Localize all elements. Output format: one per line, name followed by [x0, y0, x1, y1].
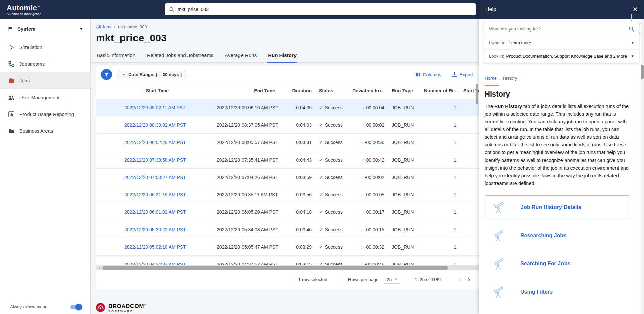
- column-header-number-of-re[interactable]: Number of Re...: [423, 88, 462, 93]
- table-vertical-scrollbar[interactable]: [476, 84, 478, 104]
- deviation-arrow-icon: ↓: [361, 227, 363, 232]
- context-selector-system[interactable]: System ▼: [0, 22, 90, 36]
- column-header-status[interactable]: Status: [314, 88, 352, 93]
- column-header-duration[interactable]: Duration: [279, 88, 314, 93]
- run-start-time-link[interactable]: 2022/12/20 08:33:02 AM PST: [124, 122, 186, 128]
- run-start-time-link[interactable]: 2022/12/20 05:02:18 AM PST: [124, 244, 186, 250]
- horizontal-scroll-thumb[interactable]: [102, 266, 448, 270]
- export-button[interactable]: Export: [452, 72, 473, 77]
- columns-button[interactable]: Columns: [415, 72, 441, 77]
- run-start-time-link[interactable]: 2022/12/20 06:01:02 AM PST: [124, 209, 186, 215]
- column-header-run-type[interactable]: Run Type: [390, 88, 423, 93]
- broadcom-mark-icon: [96, 303, 105, 312]
- breadcrumb: All Jobs › mkt_price_003: [96, 24, 479, 29]
- run-type-cell: JOB_RUN: [390, 175, 423, 180]
- always-show-menu-toggle[interactable]: [70, 305, 81, 309]
- page-range-text: 1–25 of 1186: [415, 277, 441, 282]
- breadcrumb-all-jobs-link[interactable]: All Jobs: [96, 24, 111, 29]
- deviation-cell: ↑00:00:42: [352, 157, 390, 163]
- run-start-time-link[interactable]: 2022/12/20 04:34:37 AM PST: [124, 262, 186, 266]
- help-panel: Help ✕ I want to: Learn more ▼ Look in: …: [479, 0, 644, 314]
- chevron-down-icon: ▼: [631, 54, 634, 58]
- help-scrollbar[interactable]: [641, 19, 644, 314]
- tab-basic-information[interactable]: Basic Information: [96, 50, 136, 63]
- registered-symbol: ®: [144, 303, 146, 306]
- help-link-job-run-history-details[interactable]: Job Run History Details: [485, 195, 629, 219]
- help-breadcrumb-home-link[interactable]: Home: [485, 76, 497, 81]
- run-start-time-link[interactable]: 2022/12/20 06:31:15 AM PST: [124, 192, 186, 197]
- table-row[interactable]: 2022/12/20 08:33:02 AM PST 2022/12/20 08…: [96, 116, 479, 134]
- close-icon[interactable]: ✕: [632, 5, 638, 13]
- table-row[interactable]: 2022/12/20 06:01:02 AM PST 2022/12/20 06…: [96, 203, 479, 221]
- table-row[interactable]: 2022/12/20 07:00:27 AM PST 2022/12/20 07…: [96, 169, 479, 186]
- main-content: All Jobs › mkt_price_003 mkt_price_003 B…: [91, 19, 479, 314]
- help-panel-header: Help ✕: [479, 0, 644, 19]
- run-start-time-link[interactable]: 2022/12/20 08:02:26 AM PST: [124, 140, 186, 145]
- sidebar-item-jobstreams[interactable]: Jobstreams: [0, 56, 90, 72]
- help-link-researching-jobs[interactable]: Researching Jobs: [485, 222, 629, 250]
- tab-average-runs[interactable]: Average Runs: [224, 50, 257, 63]
- table-row[interactable]: 2022/12/20 04:34:37 AM PST 2022/12/20 04…: [96, 256, 479, 265]
- run-start-time-link[interactable]: 2022/12/20 05:30:22 AM PST: [124, 227, 186, 232]
- table-horizontal-scrollbar: ◄ ►: [96, 265, 479, 270]
- sidebar-item-jobs[interactable]: Jobs: [0, 72, 90, 89]
- sidebar-item-product-usage-reporting[interactable]: Product Usage Reporting: [0, 106, 90, 123]
- end-time-cell: 2022/12/20 07:04:26 AM PST: [215, 175, 279, 180]
- date-range-filter-chip[interactable]: ▼ Date Range: [ = 30 days ]: [117, 70, 187, 79]
- help-breadcrumb: Home › History: [485, 76, 629, 81]
- previous-page-button[interactable]: ‹: [455, 276, 464, 283]
- column-header-start-time[interactable]: ↓Start Time: [96, 88, 215, 93]
- download-icon: [452, 72, 457, 77]
- tab-related-jobs-and-jobstreams[interactable]: Related Jobs and Jobstreams: [146, 50, 214, 63]
- help-scrollbar-thumb[interactable]: [641, 65, 644, 79]
- deviation-cell: ↓-00:00:32: [352, 244, 390, 250]
- help-look-in-dropdown[interactable]: Look in: Product Documentation, Support …: [484, 49, 639, 63]
- global-search[interactable]: [165, 3, 476, 15]
- run-start-time-link[interactable]: 2022/12/20 07:30:58 AM PST: [124, 157, 186, 163]
- help-link-using-filters[interactable]: Using Filters: [485, 278, 629, 306]
- sidebar-item-simulation[interactable]: Simulation: [0, 39, 90, 56]
- column-header-deviation[interactable]: Deviation fro...: [352, 88, 390, 93]
- next-page-button[interactable]: ›: [464, 276, 474, 283]
- status-cell: ✓Success: [314, 244, 352, 250]
- end-time-cell: 2022/12/20 05:05:47 AM PST: [215, 244, 279, 250]
- filter-button[interactable]: [101, 69, 112, 80]
- table-row[interactable]: 2022/12/20 05:30:22 AM PST 2022/12/20 05…: [96, 221, 479, 238]
- tab-run-history[interactable]: Run History: [267, 50, 297, 63]
- duration-cell: 0:03:31: [279, 140, 314, 145]
- scroll-left-button[interactable]: ◄: [96, 266, 102, 270]
- help-link-searching-for-jobs[interactable]: Searching For Jobs: [485, 250, 629, 278]
- brand-subtitle: Automation Intelligence: [7, 12, 41, 16]
- run-start-time-link[interactable]: 2022/12/20 07:00:27 AM PST: [124, 175, 186, 180]
- help-link-working-with-tables[interactable]: Working With Tables: [485, 306, 629, 314]
- deviation-arrow-icon: ↑: [362, 210, 365, 215]
- table-row[interactable]: 2022/12/20 08:02:26 AM PST 2022/12/20 08…: [96, 134, 479, 151]
- retries-cell: 1: [423, 140, 462, 145]
- help-search-field[interactable]: [484, 22, 639, 36]
- global-search-input[interactable]: [178, 7, 472, 12]
- run-start-time-link[interactable]: 2022/12/20 09:02:11 AM PST: [124, 105, 186, 110]
- sidebar-item-business-areas[interactable]: Business Areas: [0, 123, 90, 139]
- sidebar-nav: Simulation Jobstreams Jobs User Manageme…: [0, 39, 90, 139]
- table-row[interactable]: 2022/12/20 05:02:18 AM PST 2022/12/20 05…: [96, 238, 479, 256]
- table-row[interactable]: 2022/12/20 06:31:15 AM PST 2022/12/20 06…: [96, 186, 479, 203]
- search-icon[interactable]: [629, 26, 634, 32]
- duration-cell: 0:03:46: [279, 227, 314, 232]
- status-cell: ✓Success: [314, 209, 352, 215]
- breadcrumb-current: mkt_price_003: [118, 24, 147, 29]
- column-header-end-time[interactable]: End Time: [215, 88, 279, 93]
- table-row[interactable]: 2022/12/20 09:02:11 AM PST 2022/12/20 09…: [96, 99, 479, 116]
- sidebar-item-user-management[interactable]: User Management: [0, 89, 90, 106]
- deviation-arrow-icon: ↓: [361, 245, 363, 250]
- help-search-input[interactable]: [489, 26, 629, 32]
- status-cell: ✓Success: [314, 262, 352, 266]
- scroll-right-button[interactable]: ►: [474, 266, 479, 270]
- horizontal-scroll-track[interactable]: [102, 266, 474, 270]
- table-header-row: ↓Start Time End Time Duration Status Dev…: [96, 83, 479, 99]
- end-time-cell: 2022/12/20 06:05:20 AM PST: [215, 209, 279, 215]
- page-title: mkt_price_003: [96, 32, 479, 44]
- deviation-cell: ↓-00:00:15: [352, 227, 390, 232]
- help-i-want-to-dropdown[interactable]: I want to: Learn more ▼: [484, 36, 639, 49]
- rows-per-page-select[interactable]: 25 ▼: [384, 276, 400, 284]
- table-row[interactable]: 2022/12/20 07:30:58 AM PST 2022/12/20 07…: [96, 151, 479, 169]
